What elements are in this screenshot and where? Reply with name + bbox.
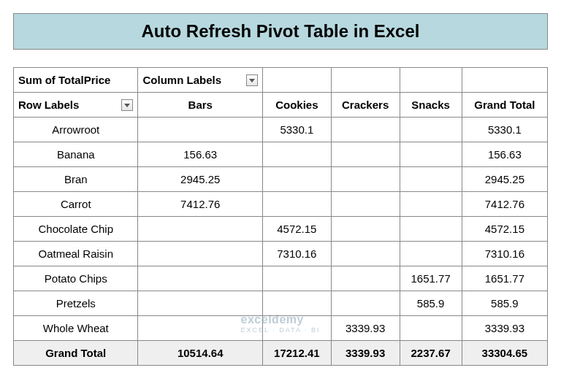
empty-header bbox=[462, 68, 547, 93]
data-cell bbox=[331, 266, 400, 291]
data-cell bbox=[138, 118, 262, 142]
data-cell: 3339.93 bbox=[331, 316, 400, 341]
data-cell: 4572.15 bbox=[462, 217, 547, 242]
data-cell bbox=[400, 118, 462, 142]
data-cell: 1651.77 bbox=[400, 266, 462, 291]
row-label: Carrot bbox=[14, 192, 138, 217]
data-cell bbox=[400, 167, 462, 192]
row-label: Potato Chips bbox=[14, 266, 138, 291]
data-cell bbox=[262, 266, 331, 291]
data-cell bbox=[138, 316, 262, 341]
grand-total-value: 3339.93 bbox=[331, 341, 400, 366]
data-cell bbox=[262, 142, 331, 167]
data-cell bbox=[138, 242, 262, 266]
grand-total-value: 10514.64 bbox=[138, 341, 262, 366]
row-label: Pretzels bbox=[14, 291, 138, 316]
data-cell bbox=[400, 217, 462, 242]
data-cell bbox=[331, 167, 400, 192]
empty-header bbox=[262, 68, 331, 93]
pivot-row-labels-header[interactable]: Row Labels bbox=[14, 93, 138, 118]
svg-marker-0 bbox=[249, 79, 255, 82]
data-cell: 4572.15 bbox=[262, 217, 331, 242]
row-label: Bran bbox=[14, 167, 138, 192]
column-labels-text: Column Labels bbox=[142, 74, 221, 86]
data-cell: 156.63 bbox=[462, 142, 547, 167]
data-cell: 2945.25 bbox=[462, 167, 547, 192]
grand-total-label: Grand Total bbox=[14, 341, 138, 366]
dropdown-icon[interactable] bbox=[246, 74, 258, 86]
data-cell bbox=[400, 192, 462, 217]
grand-total-value: 33304.65 bbox=[462, 341, 547, 366]
data-cell bbox=[400, 142, 462, 167]
pivot-measure: Sum of TotalPrice bbox=[14, 68, 138, 93]
data-cell bbox=[331, 192, 400, 217]
empty-header bbox=[400, 68, 462, 93]
row-label: Whole Wheat bbox=[14, 316, 138, 341]
column-header: Cookies bbox=[262, 93, 331, 118]
column-header: Grand Total bbox=[462, 93, 547, 118]
dropdown-icon[interactable] bbox=[121, 99, 133, 111]
data-cell: 5330.1 bbox=[462, 118, 547, 142]
page-title: Auto Refresh Pivot Table in Excel bbox=[13, 13, 548, 50]
column-header: Crackers bbox=[331, 93, 400, 118]
data-cell bbox=[400, 242, 462, 266]
empty-header bbox=[331, 68, 400, 93]
column-header: Bars bbox=[138, 93, 262, 118]
data-cell: 585.9 bbox=[462, 291, 547, 316]
data-cell bbox=[331, 142, 400, 167]
data-cell bbox=[262, 291, 331, 316]
svg-marker-1 bbox=[124, 104, 130, 107]
data-cell bbox=[331, 118, 400, 142]
grand-total-value: 17212.41 bbox=[262, 341, 331, 366]
row-label: Oatmeal Raisin bbox=[14, 242, 138, 266]
data-cell bbox=[138, 217, 262, 242]
data-cell: 7310.16 bbox=[462, 242, 547, 266]
data-cell bbox=[262, 316, 331, 341]
data-cell bbox=[400, 316, 462, 341]
pivot-column-labels-header[interactable]: Column Labels bbox=[138, 68, 262, 93]
column-header: Snacks bbox=[400, 93, 462, 118]
data-cell bbox=[138, 291, 262, 316]
data-cell: 7412.76 bbox=[462, 192, 547, 217]
data-cell: 3339.93 bbox=[462, 316, 547, 341]
data-cell: 5330.1 bbox=[262, 118, 331, 142]
grand-total-value: 2237.67 bbox=[400, 341, 462, 366]
data-cell bbox=[331, 217, 400, 242]
data-cell bbox=[331, 242, 400, 266]
data-cell: 585.9 bbox=[400, 291, 462, 316]
data-cell bbox=[138, 266, 262, 291]
data-cell bbox=[331, 291, 400, 316]
data-cell bbox=[262, 167, 331, 192]
data-cell: 7310.16 bbox=[262, 242, 331, 266]
row-label: Arrowroot bbox=[14, 118, 138, 142]
pivot-table: Sum of TotalPrice Column Labels Row Labe… bbox=[13, 67, 548, 366]
row-label: Banana bbox=[14, 142, 138, 167]
data-cell bbox=[262, 192, 331, 217]
data-cell: 2945.25 bbox=[138, 167, 262, 192]
row-label: Chocolate Chip bbox=[14, 217, 138, 242]
row-labels-text: Row Labels bbox=[18, 99, 79, 111]
data-cell: 156.63 bbox=[138, 142, 262, 167]
data-cell: 7412.76 bbox=[138, 192, 262, 217]
data-cell: 1651.77 bbox=[462, 266, 547, 291]
